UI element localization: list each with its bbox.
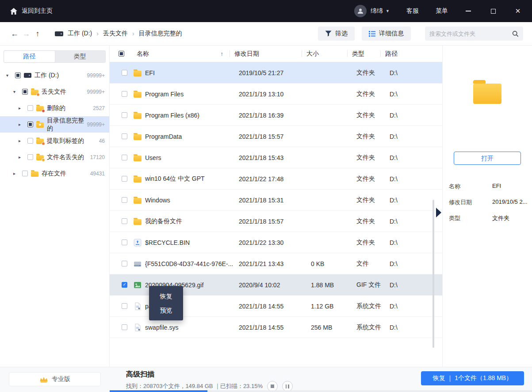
row-checkbox[interactable]	[122, 176, 127, 182]
panel-collapse-arrow[interactable]	[436, 208, 441, 217]
tree-item-deleted[interactable]: 删除的 2527	[0, 100, 109, 116]
folder-icon	[134, 175, 142, 183]
sort-asc-icon[interactable]	[221, 50, 224, 57]
crown-icon	[39, 376, 48, 383]
collapse-arrow-icon[interactable]	[13, 89, 19, 94]
pause-icon	[286, 384, 289, 388]
tree-checkbox[interactable]	[15, 72, 21, 78]
tree-label: 存在文件	[42, 170, 66, 178]
breadcrumb-separator	[132, 30, 134, 37]
recover-button[interactable]: 恢复 ｜ 1个文件（1.88 MB）	[421, 371, 524, 385]
expand-arrow-icon[interactable]	[19, 155, 24, 160]
tab-type[interactable]: 类型	[55, 51, 106, 62]
username-label[interactable]: 绵绵	[371, 7, 383, 15]
tree-checkbox[interactable]	[27, 105, 33, 111]
tree-item-lost-names[interactable]: 文件名丢失的 17120	[0, 149, 109, 165]
table-row[interactable]: {F551C0D8-4D37-441c-976E-... 2021/1/21 1…	[110, 253, 442, 274]
row-checkbox[interactable]	[122, 155, 127, 160]
chevron-down-icon[interactable]	[386, 9, 390, 13]
table-row[interactable]: $RECYCLE.BIN 2021/1/22 13:30 文件夹 D:\	[110, 232, 442, 253]
close-button[interactable]	[513, 7, 522, 15]
table-row[interactable]: EFI 2019/10/5 21:27 文件夹 D:\	[110, 62, 442, 84]
folder-icon	[36, 139, 44, 144]
search-box[interactable]	[425, 27, 523, 41]
vertical-scrollbar[interactable]	[432, 200, 434, 348]
row-checkbox[interactable]	[122, 197, 127, 203]
context-preview-item[interactable]: 预览	[149, 303, 183, 317]
tree-item-intact-directory[interactable]: 目录信息完整的 99999+	[0, 116, 109, 133]
list-view-icon	[369, 31, 375, 37]
tree-count: 99999+	[87, 122, 105, 128]
tree-checkbox[interactable]	[27, 154, 33, 160]
tree-item-tagged[interactable]: 提取到标签的 46	[0, 133, 109, 149]
search-icon[interactable]	[512, 30, 519, 37]
row-checkbox[interactable]	[122, 112, 127, 118]
star-icon	[36, 122, 44, 128]
tree-item-lost-files[interactable]: 丢失文件 99999+	[0, 84, 109, 100]
row-checkbox[interactable]	[122, 324, 127, 330]
collapse-arrow-icon[interactable]	[6, 73, 12, 78]
tree-checkbox[interactable]	[27, 138, 33, 144]
breadcrumb-current[interactable]: 目录信息完整的	[139, 30, 182, 38]
file-path: D:\	[390, 91, 434, 98]
column-header-size[interactable]: 大小	[302, 50, 347, 57]
open-button[interactable]: 打开	[454, 152, 521, 165]
row-checkbox[interactable]	[122, 261, 127, 266]
maximize-button[interactable]	[489, 7, 498, 15]
column-header-type[interactable]: 类型	[347, 50, 380, 57]
search-input[interactable]	[429, 30, 512, 37]
expand-arrow-icon[interactable]	[13, 171, 19, 176]
breadcrumb-drive[interactable]: 工作 (D:)	[68, 30, 92, 38]
table-row[interactable]: Program Files 2021/1/19 13:10 文件夹 D:\	[110, 84, 442, 105]
table-row[interactable]: Windows 2021/1/18 15:31 文件夹 D:\	[110, 190, 442, 211]
drive-icon	[24, 73, 31, 78]
row-checkbox[interactable]	[122, 91, 127, 97]
detail-name-value: EFI	[492, 183, 501, 190]
expand-arrow-icon[interactable]	[19, 106, 24, 110]
tree-count: 49431	[90, 171, 105, 177]
expand-arrow-icon[interactable]	[19, 138, 24, 143]
tree-item-existing-files[interactable]: 存在文件 49431	[0, 165, 109, 182]
toolbar: 工作 (D:) 丢失文件 目录信息完整的 筛选 详细信息	[0, 22, 532, 46]
filter-button[interactable]: 筛选	[318, 27, 355, 41]
table-row[interactable]: win10 64位 中文 GPT 2021/1/22 17:48 文件夹 D:\	[110, 168, 442, 190]
tree-label: 工作 (D:)	[34, 72, 59, 80]
details-label: 详细信息	[379, 30, 404, 38]
back-home-button[interactable]: 返回到主页	[10, 7, 53, 15]
row-checkbox[interactable]	[122, 218, 127, 224]
support-link[interactable]: 客服	[406, 7, 419, 15]
column-header-path[interactable]: 路径	[380, 50, 425, 57]
pro-edition-button[interactable]: 专业版	[9, 372, 101, 386]
back-button[interactable]	[9, 29, 20, 38]
table-row[interactable]: Users 2021/1/18 15:43 文件夹 D:\	[110, 147, 442, 168]
file-name: ProgramData	[145, 133, 239, 140]
breadcrumb-folder[interactable]: 丢失文件	[103, 30, 128, 38]
tab-path[interactable]: 路径	[4, 51, 55, 62]
menu-link[interactable]: 菜单	[436, 7, 448, 15]
file-size: 1.12 GB	[311, 303, 356, 310]
row-checkbox[interactable]	[122, 240, 127, 245]
forward-button[interactable]	[20, 29, 32, 38]
column-header-name[interactable]: 名称	[127, 50, 230, 58]
row-checkbox[interactable]	[122, 133, 127, 139]
file-name: swapfile.sys	[145, 324, 239, 331]
column-header-date[interactable]: 修改日期	[230, 50, 302, 57]
tree-checkbox[interactable]	[22, 89, 28, 95]
table-row[interactable]: ProgramData 2021/1/18 15:57 文件夹 D:\	[110, 126, 442, 147]
minimize-button[interactable]	[464, 7, 473, 15]
folder-icon	[31, 90, 38, 95]
expand-arrow-icon[interactable]	[19, 122, 24, 127]
row-checkbox[interactable]	[122, 303, 127, 309]
up-button[interactable]	[32, 29, 43, 38]
user-avatar[interactable]	[354, 5, 367, 17]
row-checkbox[interactable]	[122, 70, 127, 76]
table-row[interactable]: Program Files (x86) 2021/1/18 16:39 文件夹 …	[110, 105, 442, 126]
details-button[interactable]: 详细信息	[362, 27, 411, 41]
table-row[interactable]: 我的备份文件 2021/1/18 15:57 文件夹 D:\	[110, 211, 442, 232]
tree-item-drive[interactable]: 工作 (D:) 99999+	[0, 67, 109, 84]
tree-checkbox[interactable]	[27, 122, 33, 127]
select-all-checkbox[interactable]	[119, 51, 124, 57]
context-recover-item[interactable]: 恢复	[149, 289, 183, 303]
row-checkbox[interactable]	[122, 282, 127, 288]
tree-checkbox[interactable]	[22, 171, 28, 176]
